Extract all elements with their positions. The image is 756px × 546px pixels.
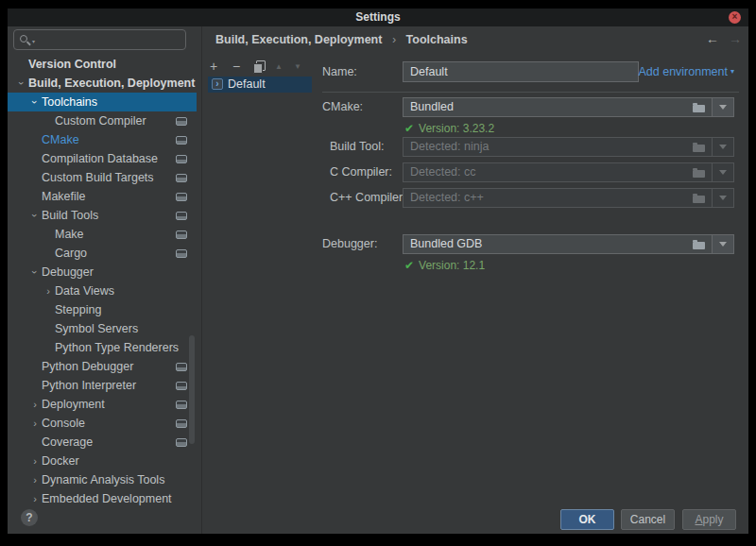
sidebar-item-symbol-servers[interactable]: Symbol Servers (8, 319, 197, 338)
monitor-icon (176, 249, 187, 258)
sidebar-item-label: Make (55, 225, 84, 244)
sidebar-item-compilation-database[interactable]: Compilation Database (8, 149, 197, 168)
remove-icon[interactable]: − (232, 59, 240, 74)
sidebar-item-make[interactable]: Make (8, 225, 197, 244)
folder-browse-icon[interactable] (693, 170, 705, 178)
folder-browse-icon[interactable] (693, 196, 705, 203)
sidebar-item-cmake[interactable]: CMake (8, 130, 197, 149)
copy-icon[interactable] (253, 60, 266, 73)
help-button[interactable]: ? (21, 509, 38, 526)
c-compiler-dropdown-button[interactable] (712, 163, 733, 181)
breadcrumb-item-current[interactable]: Toolchains (406, 33, 468, 46)
sidebar-item-label: CMake (42, 130, 79, 149)
chevron-down-icon (719, 196, 727, 200)
monitor-icon (176, 136, 187, 145)
build-tool-dropdown-button[interactable] (712, 138, 733, 156)
monitor-icon (176, 117, 187, 126)
sidebar-item-toolchains[interactable]: ›Toolchains (8, 93, 197, 111)
check-icon: ✔ (404, 259, 419, 272)
sidebar-item-embedded-development[interactable]: ›Embedded Development (8, 489, 197, 508)
monitor-icon (176, 174, 187, 182)
settings-search-box[interactable]: ▾ (13, 29, 186, 50)
move-down-icon[interactable]: ▼ (294, 59, 301, 76)
build-tool-label: Build Tool: (330, 137, 384, 157)
toolchain-item-label: Default (228, 77, 266, 93)
sidebar-item-label: Custom Build Targets (42, 168, 154, 187)
sidebar-item-data-views[interactable]: ›Data Views (8, 282, 197, 300)
settings-dialog: Settings × ▾ Build, Execution, Deploymen… (8, 9, 748, 534)
name-label: Name: (322, 62, 357, 82)
chevron-collapsed-icon[interactable]: › (30, 489, 40, 508)
monitor-icon (176, 438, 187, 447)
c-compiler-dropdown-button[interactable] (712, 189, 733, 207)
sidebar-item-cargo[interactable]: Cargo (8, 244, 197, 263)
build-tool-combo[interactable]: Detected: ninja (403, 137, 734, 157)
version-text: Version: 3.23.2 (419, 122, 494, 135)
monitor-icon (176, 363, 187, 371)
chevron-collapsed-icon[interactable]: › (30, 470, 40, 489)
sidebar-item-python-debugger[interactable]: Python Debugger (8, 357, 197, 376)
close-icon[interactable]: × (729, 11, 741, 24)
ok-button[interactable]: OK (560, 509, 614, 530)
sidebar-item-build-tools[interactable]: ›Build Tools (8, 206, 197, 225)
c-compiler-combo[interactable]: Detected: c++ (403, 188, 734, 208)
forward-icon[interactable]: → (729, 31, 742, 46)
sidebar-item-custom-build-targets[interactable]: Custom Build Targets (8, 168, 197, 187)
chevron-collapsed-icon[interactable]: › (43, 282, 53, 300)
folder-browse-icon[interactable] (693, 242, 705, 249)
sidebar-item-python-type-renderers[interactable]: Python Type Renderers (8, 338, 197, 357)
apply-button[interactable]: Apply (682, 509, 736, 530)
add-icon[interactable]: + (210, 59, 217, 74)
cmake-combo[interactable]: Bundled (403, 97, 734, 117)
debugger-combo[interactable]: Bundled GDB (403, 234, 734, 254)
sidebar-scrollbar[interactable] (189, 335, 195, 444)
sidebar-item-label: Python Interpreter (42, 376, 136, 395)
chevron-collapsed-icon[interactable]: › (30, 414, 40, 433)
back-icon[interactable]: ← (706, 31, 719, 46)
c-compiler-label: C Compiler: (330, 162, 392, 182)
add-environment-link[interactable]: Add environment▾ (638, 62, 734, 81)
sidebar-item-dynamic-analysis-tools[interactable]: ›Dynamic Analysis Tools (8, 470, 197, 489)
debugger-dropdown-button[interactable] (712, 235, 733, 253)
sidebar-item-label: Build Tools (42, 206, 98, 225)
debugger-value: Bundled GDB (410, 235, 482, 253)
monitor-icon (176, 230, 187, 239)
sidebar-item-label: Data Views (55, 282, 114, 300)
titlebar[interactable]: Settings × (8, 9, 748, 26)
sidebar-item-custom-compiler[interactable]: Custom Compiler (8, 111, 197, 130)
chevron-down-icon: ▾ (728, 67, 734, 76)
sidebar-item-deployment[interactable]: ›Deployment (8, 395, 197, 414)
name-field[interactable]: Default (403, 61, 639, 82)
cmake-dropdown-button[interactable] (712, 98, 733, 116)
sidebar-item-debugger[interactable]: ›Debugger (8, 263, 197, 282)
dialog-title: Settings (8, 10, 748, 24)
sidebar-item-label: Coverage (42, 433, 93, 452)
chevron-down-icon (719, 105, 727, 110)
breadcrumb: Build, Execution, Deployment › Toolchain… (215, 33, 468, 48)
sidebar-item-build-execution-deployment[interactable]: ›Build, Execution, Deployment (8, 74, 197, 93)
cancel-button[interactable]: Cancel (621, 509, 675, 530)
monitor-icon (176, 419, 187, 428)
sidebar-item-docker[interactable]: ›Docker (8, 452, 197, 470)
debugger-version-status: ✔Version: 12.1 (404, 259, 485, 272)
folder-browse-icon[interactable] (693, 145, 705, 152)
chevron-collapsed-icon[interactable]: › (30, 395, 40, 414)
debugger-label: Debugger: (322, 234, 377, 254)
search-input[interactable] (41, 31, 182, 48)
sidebar-item-label: Stepping (55, 300, 101, 319)
sidebar-item-version-control[interactable]: Version Control (8, 55, 197, 74)
sidebar-item-coverage[interactable]: Coverage (8, 433, 197, 452)
toolchain-list-item-default[interactable]: › Default (208, 77, 312, 93)
chevron-collapsed-icon[interactable]: › (30, 452, 40, 470)
sidebar-item-label: Python Debugger (42, 357, 133, 376)
c-compiler-combo[interactable]: Detected: cc (403, 162, 734, 182)
breadcrumb-item-parent[interactable]: Build, Execution, Deployment (215, 33, 382, 46)
sidebar-item-stepping[interactable]: Stepping (8, 300, 197, 319)
sidebar-item-label: Compilation Database (42, 149, 158, 168)
sidebar-item-label: Embedded Development (42, 489, 172, 508)
sidebar-item-python-interpreter[interactable]: Python Interpreter (8, 376, 197, 395)
folder-browse-icon[interactable] (693, 105, 705, 112)
move-up-icon[interactable]: ▲ (275, 59, 283, 76)
sidebar-item-makefile[interactable]: Makefile (8, 187, 197, 206)
sidebar-item-console[interactable]: ›Console (8, 414, 197, 433)
